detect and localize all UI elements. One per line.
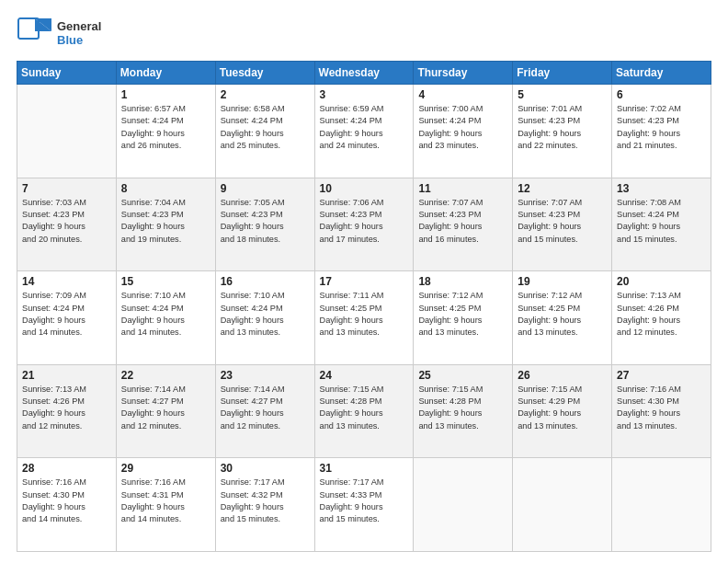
day-info: Sunrise: 7:03 AM Sunset: 4:23 PM Dayligh… bbox=[22, 197, 111, 246]
calendar-row-0: 1Sunrise: 6:57 AM Sunset: 4:24 PM Daylig… bbox=[17, 85, 711, 178]
calendar-cell: 7Sunrise: 7:03 AM Sunset: 4:23 PM Daylig… bbox=[17, 178, 117, 271]
day-info: Sunrise: 7:09 AM Sunset: 4:24 PM Dayligh… bbox=[22, 290, 111, 339]
calendar-cell: 26Sunrise: 7:15 AM Sunset: 4:29 PM Dayli… bbox=[513, 364, 612, 458]
day-info: Sunrise: 7:13 AM Sunset: 4:26 PM Dayligh… bbox=[617, 290, 706, 339]
day-info: Sunrise: 7:15 AM Sunset: 4:28 PM Dayligh… bbox=[320, 384, 409, 432]
day-info: Sunrise: 7:15 AM Sunset: 4:29 PM Dayligh… bbox=[518, 384, 607, 432]
header: GeneralBlue bbox=[17, 17, 711, 52]
logo-icon bbox=[17, 17, 53, 52]
calendar-cell: 2Sunrise: 6:58 AM Sunset: 4:24 PM Daylig… bbox=[215, 85, 314, 178]
calendar-cell: 29Sunrise: 7:16 AM Sunset: 4:31 PM Dayli… bbox=[116, 458, 215, 552]
logo-general: General bbox=[57, 20, 101, 34]
calendar-cell: 14Sunrise: 7:09 AM Sunset: 4:24 PM Dayli… bbox=[17, 271, 117, 365]
day-info: Sunrise: 7:17 AM Sunset: 4:32 PM Dayligh… bbox=[221, 477, 310, 525]
day-info: Sunrise: 7:02 AM Sunset: 4:23 PM Dayligh… bbox=[617, 103, 706, 152]
weekday-header-friday: Friday bbox=[513, 62, 612, 85]
day-number: 21 bbox=[22, 369, 111, 382]
logo-blue: Blue bbox=[57, 34, 101, 48]
day-number: 31 bbox=[320, 462, 409, 475]
day-number: 28 bbox=[22, 462, 111, 475]
day-info: Sunrise: 6:58 AM Sunset: 4:24 PM Dayligh… bbox=[221, 103, 310, 152]
weekday-header-monday: Monday bbox=[116, 62, 215, 85]
day-info: Sunrise: 7:07 AM Sunset: 4:23 PM Dayligh… bbox=[418, 197, 507, 246]
day-number: 3 bbox=[320, 88, 409, 101]
day-info: Sunrise: 7:14 AM Sunset: 4:27 PM Dayligh… bbox=[221, 384, 310, 432]
day-number: 9 bbox=[221, 182, 310, 195]
weekday-header-thursday: Thursday bbox=[414, 62, 513, 85]
calendar-cell: 8Sunrise: 7:04 AM Sunset: 4:23 PM Daylig… bbox=[116, 178, 215, 271]
calendar-cell: 24Sunrise: 7:15 AM Sunset: 4:28 PM Dayli… bbox=[314, 364, 414, 458]
calendar-row-4: 28Sunrise: 7:16 AM Sunset: 4:30 PM Dayli… bbox=[17, 458, 711, 552]
weekday-header-tuesday: Tuesday bbox=[215, 62, 314, 85]
day-info: Sunrise: 7:10 AM Sunset: 4:24 PM Dayligh… bbox=[221, 290, 310, 339]
calendar-row-3: 21Sunrise: 7:13 AM Sunset: 4:26 PM Dayli… bbox=[17, 364, 711, 458]
calendar-cell: 9Sunrise: 7:05 AM Sunset: 4:23 PM Daylig… bbox=[215, 178, 314, 271]
day-number: 15 bbox=[121, 275, 210, 288]
calendar-cell: 1Sunrise: 6:57 AM Sunset: 4:24 PM Daylig… bbox=[116, 85, 215, 178]
day-number: 30 bbox=[221, 462, 310, 475]
day-number: 8 bbox=[121, 182, 210, 195]
calendar-cell: 5Sunrise: 7:01 AM Sunset: 4:23 PM Daylig… bbox=[513, 85, 612, 178]
day-number: 24 bbox=[320, 369, 409, 382]
calendar-cell: 28Sunrise: 7:16 AM Sunset: 4:30 PM Dayli… bbox=[17, 458, 117, 552]
day-number: 7 bbox=[22, 182, 111, 195]
day-number: 4 bbox=[418, 88, 507, 101]
day-number: 17 bbox=[320, 275, 409, 288]
calendar-cell bbox=[17, 85, 117, 178]
day-info: Sunrise: 7:12 AM Sunset: 4:25 PM Dayligh… bbox=[518, 290, 607, 339]
day-info: Sunrise: 7:06 AM Sunset: 4:23 PM Dayligh… bbox=[320, 197, 409, 246]
day-number: 6 bbox=[617, 88, 706, 101]
day-info: Sunrise: 6:59 AM Sunset: 4:24 PM Dayligh… bbox=[320, 103, 409, 152]
day-number: 14 bbox=[22, 275, 111, 288]
calendar-cell: 3Sunrise: 6:59 AM Sunset: 4:24 PM Daylig… bbox=[314, 85, 414, 178]
day-info: Sunrise: 7:12 AM Sunset: 4:25 PM Dayligh… bbox=[418, 290, 507, 339]
day-info: Sunrise: 7:15 AM Sunset: 4:28 PM Dayligh… bbox=[418, 384, 507, 432]
calendar-cell: 22Sunrise: 7:14 AM Sunset: 4:27 PM Dayli… bbox=[116, 364, 215, 458]
day-info: Sunrise: 7:16 AM Sunset: 4:31 PM Dayligh… bbox=[121, 477, 210, 525]
day-number: 10 bbox=[320, 182, 409, 195]
day-info: Sunrise: 7:16 AM Sunset: 4:30 PM Dayligh… bbox=[22, 477, 111, 525]
day-info: Sunrise: 7:00 AM Sunset: 4:24 PM Dayligh… bbox=[418, 103, 507, 152]
day-number: 18 bbox=[418, 275, 507, 288]
day-info: Sunrise: 7:05 AM Sunset: 4:23 PM Dayligh… bbox=[221, 197, 310, 246]
day-info: Sunrise: 7:07 AM Sunset: 4:23 PM Dayligh… bbox=[518, 197, 607, 246]
logo: GeneralBlue bbox=[17, 17, 101, 52]
calendar-cell bbox=[414, 458, 513, 552]
calendar-cell: 11Sunrise: 7:07 AM Sunset: 4:23 PM Dayli… bbox=[414, 178, 513, 271]
day-info: Sunrise: 7:08 AM Sunset: 4:24 PM Dayligh… bbox=[617, 197, 706, 246]
calendar-cell: 25Sunrise: 7:15 AM Sunset: 4:28 PM Dayli… bbox=[414, 364, 513, 458]
day-info: Sunrise: 7:17 AM Sunset: 4:33 PM Dayligh… bbox=[320, 477, 409, 525]
calendar-cell: 17Sunrise: 7:11 AM Sunset: 4:25 PM Dayli… bbox=[314, 271, 414, 365]
calendar-table: SundayMondayTuesdayWednesdayThursdayFrid… bbox=[17, 61, 711, 552]
calendar-row-1: 7Sunrise: 7:03 AM Sunset: 4:23 PM Daylig… bbox=[17, 178, 711, 271]
calendar-row-2: 14Sunrise: 7:09 AM Sunset: 4:24 PM Dayli… bbox=[17, 271, 711, 365]
calendar-cell: 30Sunrise: 7:17 AM Sunset: 4:32 PM Dayli… bbox=[215, 458, 314, 552]
calendar-cell: 31Sunrise: 7:17 AM Sunset: 4:33 PM Dayli… bbox=[314, 458, 414, 552]
day-number: 27 bbox=[617, 369, 706, 382]
day-info: Sunrise: 7:16 AM Sunset: 4:30 PM Dayligh… bbox=[617, 384, 706, 432]
calendar-cell: 16Sunrise: 7:10 AM Sunset: 4:24 PM Dayli… bbox=[215, 271, 314, 365]
calendar-cell: 10Sunrise: 7:06 AM Sunset: 4:23 PM Dayli… bbox=[314, 178, 414, 271]
day-info: Sunrise: 7:11 AM Sunset: 4:25 PM Dayligh… bbox=[320, 290, 409, 339]
weekday-header-wednesday: Wednesday bbox=[314, 62, 414, 85]
calendar-cell: 6Sunrise: 7:02 AM Sunset: 4:23 PM Daylig… bbox=[612, 85, 711, 178]
day-number: 20 bbox=[617, 275, 706, 288]
day-number: 25 bbox=[418, 369, 507, 382]
calendar-cell: 19Sunrise: 7:12 AM Sunset: 4:25 PM Dayli… bbox=[513, 271, 612, 365]
day-number: 2 bbox=[221, 88, 310, 101]
logo-text-block: GeneralBlue bbox=[57, 20, 101, 48]
day-info: Sunrise: 7:04 AM Sunset: 4:23 PM Dayligh… bbox=[121, 197, 210, 246]
day-number: 26 bbox=[518, 369, 607, 382]
calendar-cell: 18Sunrise: 7:12 AM Sunset: 4:25 PM Dayli… bbox=[414, 271, 513, 365]
calendar-cell bbox=[612, 458, 711, 552]
calendar-cell: 21Sunrise: 7:13 AM Sunset: 4:26 PM Dayli… bbox=[17, 364, 117, 458]
day-info: Sunrise: 7:13 AM Sunset: 4:26 PM Dayligh… bbox=[22, 384, 111, 432]
calendar-cell bbox=[513, 458, 612, 552]
day-number: 13 bbox=[617, 182, 706, 195]
day-number: 5 bbox=[518, 88, 607, 101]
page: GeneralBlue SundayMondayTuesdayWednesday… bbox=[0, 0, 728, 563]
calendar-cell: 13Sunrise: 7:08 AM Sunset: 4:24 PM Dayli… bbox=[612, 178, 711, 271]
weekday-header-sunday: Sunday bbox=[17, 62, 117, 85]
calendar-cell: 23Sunrise: 7:14 AM Sunset: 4:27 PM Dayli… bbox=[215, 364, 314, 458]
day-number: 19 bbox=[518, 275, 607, 288]
